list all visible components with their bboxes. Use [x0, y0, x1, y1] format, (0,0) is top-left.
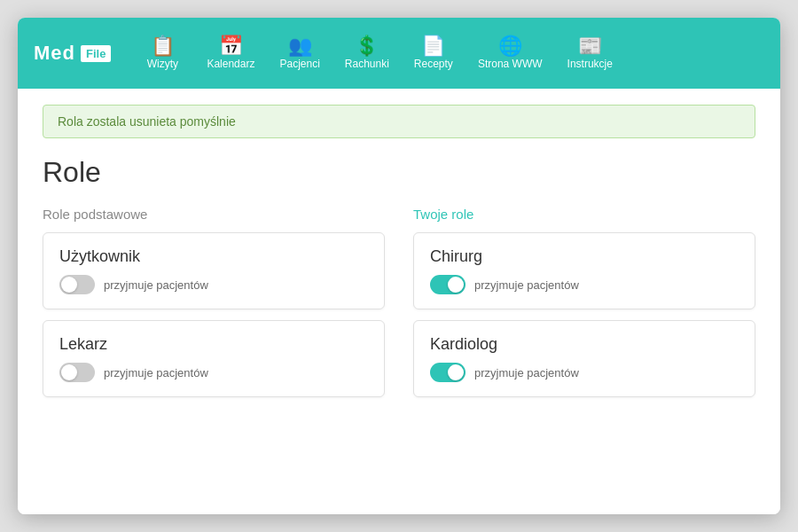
role-toggle-row-uzytkownik: przyjmuje pacjentów	[59, 275, 368, 294]
logo: Med File	[34, 42, 113, 65]
nav-item-wizyty[interactable]: 📋 Wizyty	[132, 29, 192, 77]
recepty-icon: 📄	[421, 36, 445, 56]
strona-www-label: Strona WWW	[478, 58, 543, 70]
role-toggle-row-lekarz: przyjmuje pacjentów	[59, 363, 368, 382]
role-name-uzytkownik: Użytkownik	[59, 247, 368, 266]
recepty-label: Recepty	[414, 58, 453, 70]
basic-roles-column: Role podstawowe Użytkownik przyjmuje pac…	[43, 207, 385, 408]
nav-item-kalendarz[interactable]: 📅 Kalendarz	[196, 29, 265, 77]
nav-item-instrukcje[interactable]: 📰 Instrukcje	[557, 29, 623, 77]
role-card-kardiolog: Kardiolog przyjmuje pacjentów	[413, 320, 755, 397]
my-roles-title: Twoje role	[413, 207, 755, 222]
success-message: Rola zostala usunieta pomyślnie	[58, 114, 236, 129]
instrukcje-icon: 📰	[578, 36, 602, 56]
role-toggle-row-chirurg: przyjmuje pacjentów	[430, 275, 739, 294]
nav-item-rachunki[interactable]: 💲 Rachunki	[334, 29, 400, 77]
toggle-knob-kardiolog	[448, 364, 464, 380]
logo-file-badge: File	[79, 43, 113, 64]
toggle-lekarz[interactable]	[59, 363, 95, 382]
toggle-label-uzytkownik: przyjmuje pacjentów	[104, 278, 208, 292]
toggle-knob-uzytkownik	[61, 277, 77, 293]
pacjenci-label: Pacjenci	[279, 58, 319, 70]
role-name-chirurg: Chirurg	[430, 247, 739, 266]
toggle-uzytkownik[interactable]	[59, 275, 95, 294]
pacjenci-icon: 👥	[288, 36, 312, 56]
role-toggle-row-kardiolog: przyjmuje pacjentów	[430, 363, 739, 382]
toggle-kardiolog[interactable]	[430, 363, 466, 382]
roles-columns: Role podstawowe Użytkownik przyjmuje pac…	[43, 207, 755, 408]
role-name-kardiolog: Kardiolog	[430, 335, 739, 354]
role-name-lekarz: Lekarz	[59, 335, 368, 354]
wizyty-label: Wizyty	[147, 58, 178, 70]
nav-item-pacjenci[interactable]: 👥 Pacjenci	[269, 29, 330, 77]
kalendarz-label: Kalendarz	[207, 58, 254, 70]
toggle-label-lekarz: przyjmuje pacjentów	[104, 366, 208, 379]
success-banner: Rola zostala usunieta pomyślnie	[43, 105, 755, 138]
toggle-knob-chirurg	[448, 277, 464, 293]
toggle-knob-lekarz	[61, 364, 77, 380]
logo-med-text: Med	[34, 42, 75, 65]
nav-item-strona-www[interactable]: 🌐 Strona WWW	[467, 29, 553, 77]
navbar: Med File 📋 Wizyty 📅 Kalendarz 👥 Pacjenci…	[18, 18, 780, 89]
rachunki-icon: 💲	[355, 36, 379, 56]
my-roles-column: Twoje role Chirurg przyjmuje pacjentów K…	[413, 207, 755, 408]
toggle-label-chirurg: przyjmuje pacjentów	[474, 278, 579, 292]
toggle-chirurg[interactable]	[430, 275, 466, 294]
nav-item-recepty[interactable]: 📄 Recepty	[403, 29, 464, 77]
app-window: Med File 📋 Wizyty 📅 Kalendarz 👥 Pacjenci…	[18, 18, 780, 514]
strona-www-icon: 🌐	[498, 36, 522, 56]
role-card-chirurg: Chirurg przyjmuje pacjentów	[413, 232, 755, 309]
rachunki-label: Rachunki	[345, 58, 389, 70]
role-card-uzytkownik: Użytkownik przyjmuje pacjentów	[43, 232, 385, 309]
basic-roles-title: Role podstawowe	[43, 207, 385, 222]
page-title: Role	[43, 156, 755, 189]
role-card-lekarz: Lekarz przyjmuje pacjentów	[43, 320, 385, 397]
kalendarz-icon: 📅	[219, 36, 243, 56]
main-content: Rola zostala usunieta pomyślnie Role Rol…	[18, 89, 780, 514]
wizyty-icon: 📋	[151, 36, 175, 56]
toggle-label-kardiolog: przyjmuje pacjentów	[474, 366, 579, 379]
instrukcje-label: Instrukcje	[567, 58, 613, 70]
